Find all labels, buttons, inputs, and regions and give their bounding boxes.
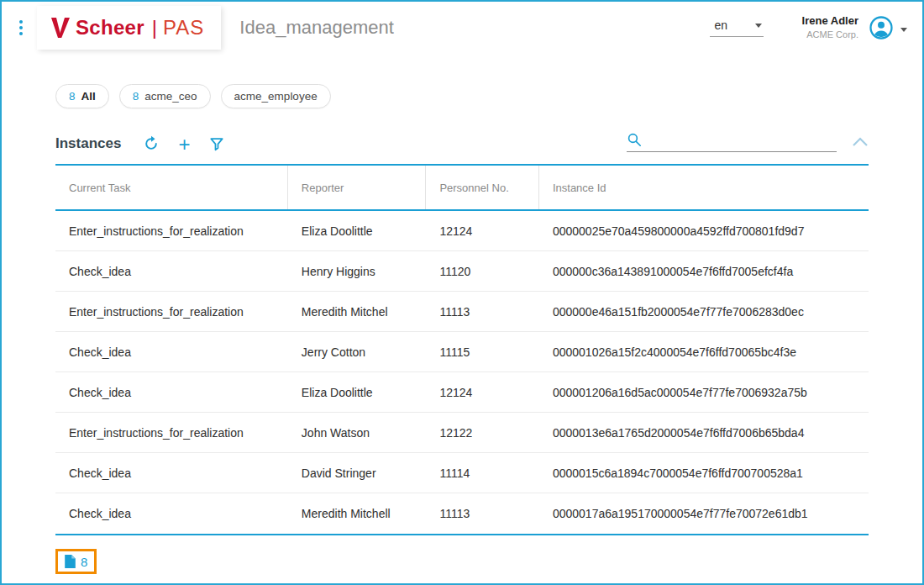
- language-value: en: [715, 18, 728, 32]
- filter-button[interactable]: [208, 135, 225, 152]
- table-row[interactable]: Check_ideaJerry Cotton11115000001026a15f…: [55, 332, 869, 372]
- user-name: Irene Adler: [802, 14, 858, 29]
- language-select[interactable]: en: [710, 18, 764, 37]
- filter-chip-all[interactable]: 8All: [55, 84, 109, 108]
- collapse-panel-button[interactable]: [852, 135, 869, 152]
- chip-label: acme_employee: [234, 90, 318, 103]
- table-cell: Eliza Doolittle: [288, 386, 427, 399]
- chip-count: 8: [69, 90, 76, 103]
- chip-count: 8: [133, 90, 139, 103]
- add-instance-button[interactable]: +: [178, 137, 190, 152]
- table-cell: Enter_instructions_for_realization: [55, 305, 288, 319]
- table-row[interactable]: Check_ideaDavid Stringer111140000015c6a1…: [55, 453, 869, 493]
- chevron-up-icon: [852, 137, 869, 147]
- brand-logo: Scheer | PAS: [37, 6, 221, 50]
- chevron-down-icon: [755, 24, 762, 28]
- table-cell: Eliza Doolittle: [288, 224, 427, 238]
- app-window: { "header": { "brand": { "name": "Scheer…: [0, 0, 924, 585]
- table-cell: 000000c36a143891000054e7f6ffd7005efcf4fa: [539, 265, 869, 278]
- instance-count: 8: [81, 555, 87, 569]
- search-box: [627, 132, 837, 152]
- table-cell: Enter_instructions_for_realization: [55, 426, 288, 440]
- table-cell: 12122: [426, 426, 539, 440]
- table-cell: Check_idea: [55, 386, 288, 399]
- user-info: Irene Adler ACME Corp.: [802, 14, 858, 40]
- table-row[interactable]: Check_ideaMeredith Mitchell111130000017a…: [55, 493, 869, 534]
- table-cell: 000001026a15f2c4000054e7f6ffd70065bc4f3e: [539, 345, 869, 359]
- app-title: Idea_management: [239, 17, 393, 39]
- table-row[interactable]: Check_ideaEliza Doolittle12124000001206a…: [55, 372, 869, 413]
- table-cell: 11114: [426, 466, 539, 480]
- table-cell: Check_idea: [55, 507, 288, 520]
- table-cell: Henry Higgins: [288, 265, 427, 278]
- refresh-icon: [143, 135, 160, 152]
- table-cell: 11113: [426, 305, 539, 319]
- search-input[interactable]: [648, 132, 837, 147]
- brand-suffix: PAS: [163, 16, 204, 40]
- table-row[interactable]: Enter_instructions_for_realizationEliza …: [55, 211, 869, 251]
- filter-funnel-icon: [208, 135, 225, 152]
- table-row[interactable]: Enter_instructions_for_realizationJohn W…: [55, 413, 869, 453]
- column-header-instance-id: Instance Id: [539, 166, 869, 209]
- table-cell: Meredith Mitchell: [288, 507, 427, 520]
- table-cell: 11113: [426, 507, 539, 520]
- user-menu-caret-icon[interactable]: [899, 17, 909, 39]
- table-cell: 0000015c6a1894c7000054e7f6ffd700700528a1: [539, 466, 869, 480]
- table-cell: 0000013e6a1765d2000054e7f6ffd7006b65bda4: [539, 426, 869, 440]
- document-icon: [64, 554, 76, 569]
- column-header-personnel-no: Personnel No.: [426, 166, 539, 209]
- filter-chip-acme_employee[interactable]: acme_employee: [221, 84, 331, 108]
- chip-label: acme_ceo: [144, 90, 197, 103]
- table-cell: 000000e46a151fb2000054e7f77fe7006283d0ec: [539, 305, 869, 319]
- search-icon: [627, 132, 642, 147]
- table-cell: 0000017a6a195170000054e7f77fe70072e61db1: [539, 507, 869, 520]
- table-cell: 12124: [426, 224, 539, 238]
- table-cell: 00000025e70a459800000a4592ffd700801fd9d7: [539, 224, 869, 238]
- table-row[interactable]: Check_ideaHenry Higgins11120000000c36a14…: [55, 251, 869, 292]
- column-header-current-task: Current Task: [55, 166, 288, 209]
- table-row[interactable]: Enter_instructions_for_realizationMeredi…: [55, 292, 869, 332]
- chip-label: All: [81, 90, 96, 103]
- table-cell: 11120: [426, 265, 539, 278]
- brand-name: Scheer: [76, 16, 144, 40]
- instances-toolbar: Instances +: [55, 132, 869, 152]
- plus-icon: +: [178, 137, 190, 152]
- footer: 8: [55, 549, 922, 574]
- header: Scheer | PAS Idea_management en Irene Ad…: [2, 2, 922, 54]
- table-cell: Meredith Mitchel: [288, 305, 427, 319]
- filter-chips: 8All8acme_ceoacme_employee: [55, 84, 922, 108]
- brand-divider: |: [152, 16, 157, 40]
- instances-table: Current Task Reporter Personnel No. Inst…: [55, 164, 869, 535]
- column-header-reporter: Reporter: [288, 166, 427, 209]
- table-cell: John Watson: [288, 426, 427, 440]
- instance-count-badge[interactable]: 8: [55, 549, 97, 574]
- filter-chip-acme_ceo[interactable]: 8acme_ceo: [119, 84, 211, 108]
- refresh-button[interactable]: [143, 135, 160, 152]
- table-cell: Check_idea: [55, 466, 288, 480]
- user-avatar-icon[interactable]: [869, 15, 894, 40]
- scheer-logo-icon: [50, 17, 71, 39]
- instances-title: Instances: [55, 135, 121, 152]
- table-body: Enter_instructions_for_realizationEliza …: [55, 211, 869, 534]
- menu-icon[interactable]: [12, 15, 30, 40]
- table-cell: Jerry Cotton: [288, 345, 427, 359]
- table-cell: Check_idea: [55, 345, 288, 359]
- table-cell: 11115: [426, 345, 539, 359]
- table-cell: 000001206a16d5ac000054e7f77fe7006932a75b: [539, 386, 869, 399]
- user-company: ACME Corp.: [802, 29, 858, 40]
- table-cell: Enter_instructions_for_realization: [55, 224, 288, 238]
- table-cell: David Stringer: [288, 466, 427, 480]
- table-header-row: Current Task Reporter Personnel No. Inst…: [55, 166, 869, 211]
- table-cell: Check_idea: [55, 265, 288, 278]
- table-cell: 12124: [426, 386, 539, 399]
